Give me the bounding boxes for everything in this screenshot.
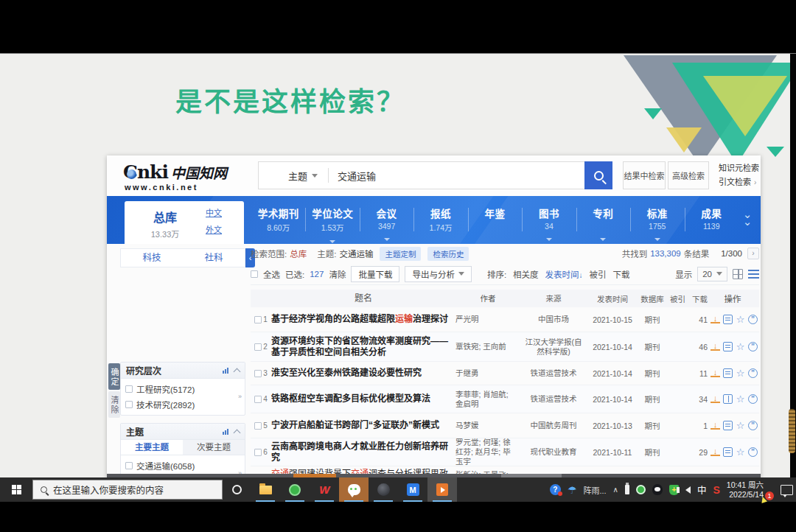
col-downloads[interactable]: 下载 bbox=[685, 293, 708, 304]
next-page-button[interactable]: › bbox=[747, 248, 759, 259]
taskbar-search-input[interactable]: 在这里输入你要搜索的内容 bbox=[32, 480, 223, 500]
favorite-icon[interactable]: ☆ bbox=[736, 342, 745, 351]
filter-clear-button[interactable]: 清除 bbox=[108, 391, 120, 418]
usb-icon[interactable] bbox=[625, 485, 629, 494]
scrollbar-thumb[interactable] bbox=[789, 409, 795, 453]
nav-tab-journal[interactable]: 学术期刊 8.60万 bbox=[251, 196, 305, 244]
result-title-link[interactable]: 铁路枢纽空车调配多目标优化模型及算法 bbox=[271, 393, 455, 405]
result-authors[interactable]: 严光明 bbox=[455, 315, 520, 324]
download-icon[interactable]: ↓ bbox=[711, 315, 720, 323]
help-badge-icon[interactable]: ? bbox=[550, 484, 561, 495]
row-checkbox[interactable] bbox=[254, 449, 262, 456]
nav-tab-standard[interactable]: 标准 1755 bbox=[630, 196, 684, 244]
col-authors[interactable]: 作者 bbox=[455, 294, 520, 304]
knowledge-search-link[interactable]: 知识元检索 bbox=[719, 164, 759, 172]
cite-icon[interactable]: ” bbox=[748, 394, 758, 404]
start-button[interactable] bbox=[0, 477, 32, 502]
search-button[interactable] bbox=[584, 161, 612, 189]
search-in-results-button[interactable]: 结果中检索 bbox=[623, 161, 666, 189]
checkbox[interactable] bbox=[125, 385, 133, 393]
cite-icon[interactable]: ” bbox=[748, 315, 758, 324]
result-title-link[interactable]: 宁波开启船舶证书跨部门“多证联办”新模式 bbox=[271, 420, 455, 431]
col-cited[interactable]: 被引 bbox=[666, 293, 685, 304]
download-icon[interactable]: ↓ bbox=[711, 395, 720, 403]
action-center-icon[interactable] bbox=[781, 485, 793, 495]
favorite-icon[interactable]: ☆ bbox=[736, 315, 745, 324]
grid-view-icon[interactable] bbox=[733, 269, 743, 279]
favorite-icon[interactable]: ☆ bbox=[736, 394, 745, 404]
search-history-button[interactable]: 检索历史 bbox=[427, 247, 469, 261]
filter-confirm-button[interactable]: 确定 bbox=[108, 363, 120, 390]
weather-umbrella-icon[interactable]: ☂ bbox=[568, 484, 577, 496]
cortana-button[interactable] bbox=[223, 477, 251, 502]
ime-indicator[interactable]: 中 bbox=[697, 483, 707, 497]
clear-selection-button[interactable]: 清除 bbox=[329, 268, 346, 280]
advanced-search-button[interactable]: 高级检索 bbox=[668, 161, 709, 189]
sidebar-tab-keji[interactable]: 科技 bbox=[121, 249, 183, 267]
cnki-logo[interactable]: Cnki 中国知网 www.cnki.net bbox=[125, 161, 250, 192]
citation-search-link[interactable]: 引文检索 bbox=[719, 178, 751, 186]
checkbox[interactable] bbox=[125, 462, 133, 469]
topic-tab-main[interactable]: 主要主题 bbox=[121, 440, 183, 455]
nav-tab-conference[interactable]: 会议 3497 bbox=[360, 196, 413, 244]
nav-tab-yearbook[interactable]: 年鉴 bbox=[468, 196, 522, 244]
book-read-icon[interactable] bbox=[723, 394, 733, 404]
col-date[interactable]: 发表时间 bbox=[587, 293, 638, 304]
nav-more-button[interactable]: ⌄⌄ bbox=[739, 211, 756, 225]
sort-download[interactable]: 下载 bbox=[613, 268, 630, 280]
html-read-icon[interactable] bbox=[723, 315, 733, 324]
row-checkbox[interactable] bbox=[254, 422, 262, 430]
nav-total-card[interactable]: 总库 13.33万 中文 外文 bbox=[125, 201, 244, 244]
result-title-link[interactable]: 淮安至兴化至泰州铁路建设必要性研究 bbox=[271, 368, 455, 379]
result-authors[interactable]: 李菲菲; 肖旭航; 金启明 bbox=[455, 390, 520, 409]
filter-option[interactable]: 技术研究(2892) bbox=[125, 396, 240, 412]
col-source[interactable]: 来源 bbox=[520, 294, 587, 304]
speaker-icon[interactable] bbox=[685, 486, 691, 494]
result-authors[interactable]: 罗元堂; 何瑾; 徐红芬; 赵月华; 毕玉宇 bbox=[455, 438, 520, 466]
cite-icon[interactable]: ” bbox=[748, 421, 758, 430]
result-source[interactable]: 现代职业教育 bbox=[520, 447, 587, 457]
result-source[interactable]: 铁道运营技术 bbox=[520, 368, 587, 378]
sogou-icon[interactable]: S bbox=[713, 484, 719, 496]
download-icon[interactable]: ↓ bbox=[711, 448, 720, 456]
scope-value[interactable]: 总库 bbox=[290, 248, 307, 259]
row-checkbox[interactable] bbox=[254, 396, 262, 403]
html-read-icon[interactable] bbox=[723, 342, 733, 351]
html-read-icon[interactable] bbox=[723, 368, 733, 378]
col-database[interactable]: 数据库 bbox=[638, 293, 666, 304]
sort-bars-icon[interactable] bbox=[223, 429, 228, 435]
html-read-icon[interactable] bbox=[723, 421, 733, 430]
qq-icon[interactable] bbox=[652, 484, 663, 495]
result-source[interactable]: 中国航务周刊 bbox=[520, 421, 587, 430]
lang-foreign-link[interactable]: 外文 bbox=[206, 223, 244, 235]
row-checkbox[interactable] bbox=[254, 316, 262, 323]
clock[interactable]: 10:41 周六 2022/5/14 1 bbox=[727, 480, 768, 500]
sidebar-tab-sheke[interactable]: 社科 bbox=[183, 249, 245, 267]
chevron-up-icon[interactable] bbox=[234, 429, 241, 436]
cite-icon[interactable]: ” bbox=[748, 368, 758, 378]
row-checkbox[interactable] bbox=[254, 343, 262, 351]
result-source[interactable]: 铁道运营技术 bbox=[520, 394, 587, 404]
tray-green-icon[interactable] bbox=[636, 485, 646, 494]
filter-option[interactable]: 交通运输(6058) bbox=[125, 458, 240, 473]
taskbar-browser-360[interactable] bbox=[280, 477, 310, 502]
result-title-link[interactable]: 云南高职跨境电商人才就业胜任力创新培养研究 bbox=[271, 441, 455, 463]
html-read-icon[interactable] bbox=[723, 447, 733, 457]
download-icon[interactable]: ↓ bbox=[711, 369, 720, 377]
weather-text[interactable]: 阵雨... bbox=[583, 484, 606, 496]
tray-expand-icon[interactable]: ∧ bbox=[613, 486, 618, 494]
topic-custom-button[interactable]: 主题定制 bbox=[380, 247, 421, 261]
export-analyze-button[interactable]: 导出与分析 bbox=[405, 266, 472, 282]
list-view-icon[interactable] bbox=[748, 270, 759, 279]
result-authors[interactable]: 覃铁宛; 王向前 bbox=[455, 342, 520, 351]
favorite-icon[interactable]: ☆ bbox=[736, 368, 745, 378]
result-source[interactable]: 江汉大学学报(自然科学版) bbox=[520, 337, 587, 357]
nav-tab-achievement[interactable]: 成果 1139 bbox=[685, 196, 739, 244]
result-source[interactable]: 中国市场 bbox=[520, 315, 587, 324]
checkbox[interactable] bbox=[125, 401, 133, 408]
result-title-link[interactable]: 基于经济学视角的公路超载超限运输治理探讨 bbox=[271, 314, 455, 325]
result-title-link[interactable]: 资源环境约束下的省区物流效率测度研究——基于异质性和空间自相关分析 bbox=[271, 336, 455, 358]
search-field-select[interactable]: 主题 bbox=[259, 169, 328, 183]
row-checkbox[interactable] bbox=[254, 370, 262, 377]
taskbar-app-blue-m[interactable]: M bbox=[398, 477, 427, 502]
